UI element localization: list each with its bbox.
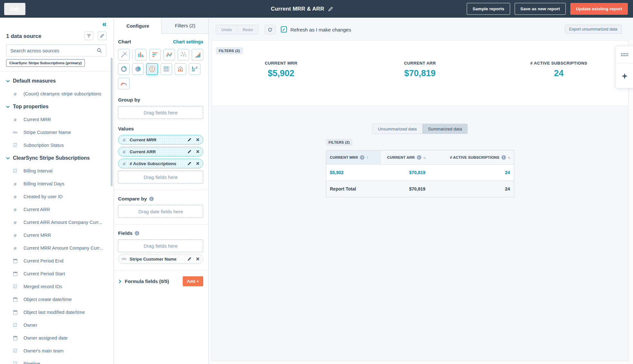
- value-pill-current-arr[interactable]: Current ARR: [118, 147, 203, 156]
- chart-type-bar-button[interactable]: [149, 49, 161, 60]
- column-label: # ACTIVE SUBSCRIPTIONS: [450, 155, 500, 159]
- refresh-button[interactable]: [265, 25, 276, 34]
- field-object-create-datetime[interactable]: Object create date/time: [0, 293, 114, 306]
- chart-type-column-button[interactable]: [135, 49, 147, 60]
- field-owner[interactable]: Owner: [0, 319, 114, 332]
- sidebar-scrollbar[interactable]: [111, 58, 113, 186]
- edit-pencil-icon[interactable]: [187, 257, 192, 261]
- info-icon[interactable]: [417, 155, 421, 160]
- remove-icon[interactable]: [196, 161, 199, 166]
- chart-type-magic-wand-button[interactable]: [118, 49, 130, 60]
- remove-icon[interactable]: [196, 149, 199, 155]
- field-billing-interval-days[interactable]: Billing Interval Days: [0, 177, 114, 190]
- remove-icon[interactable]: [196, 137, 199, 143]
- section-top-properties[interactable]: Top properties: [0, 100, 114, 113]
- edit-pencil-icon[interactable]: [187, 138, 192, 142]
- edit-pencil-icon[interactable]: [187, 149, 192, 154]
- field-current-arr[interactable]: Current ARR: [0, 203, 114, 216]
- field-current-mrr-2[interactable]: Current MRR: [0, 229, 114, 242]
- chart-type-line-button[interactable]: [163, 49, 175, 60]
- undo-button[interactable]: Undo: [216, 25, 237, 34]
- chart-type-table-button[interactable]: [161, 63, 172, 75]
- primary-source-tag[interactable]: ClearSync Stripe Subscriptions (primary): [6, 59, 85, 67]
- ai-assistant-button[interactable]: [616, 64, 633, 88]
- sort-ascending-icon[interactable]: [366, 155, 369, 160]
- filter-fields-button[interactable]: [85, 31, 93, 40]
- info-icon[interactable]: [149, 197, 154, 201]
- field-owner-assigned-date[interactable]: Owner assigned date: [0, 332, 114, 344]
- field-current-mrr[interactable]: Current MRR: [0, 113, 114, 126]
- compare-by-dropzone[interactable]: Drag date fields here: [118, 205, 203, 218]
- field-label: Object create date/time: [23, 297, 72, 302]
- cell-current-mrr[interactable]: $5,902: [326, 164, 381, 181]
- formula-fields-toggle[interactable]: Formula fields (0/5): [118, 279, 169, 284]
- edit-data-source-button[interactable]: [98, 31, 106, 40]
- field-pipeline[interactable]: Pipeline: [0, 357, 114, 364]
- refresh-as-i-make-changes-checkbox[interactable]: [281, 26, 287, 32]
- section-clearsync-stripe-subscriptions[interactable]: ClearSync Stripe Subscriptions: [0, 152, 114, 164]
- field-object-last-modified-datetime[interactable]: Object last modified date/time: [0, 306, 114, 319]
- section-default-measures[interactable]: Default measures: [0, 75, 114, 87]
- cell-current-arr[interactable]: $70,819: [381, 164, 429, 181]
- field-pill-stripe-customer-name[interactable]: Stripe Customer Name: [118, 254, 203, 264]
- chart-type-combo-button[interactable]: [175, 63, 186, 75]
- chart-type-area-button[interactable]: [192, 49, 203, 60]
- chart-type-donut-button[interactable]: [118, 63, 130, 75]
- field-current-period-end[interactable]: Current Period End: [0, 254, 114, 267]
- chart-type-gauge-button[interactable]: [118, 78, 130, 89]
- column-header-active-subscriptions[interactable]: # ACTIVE SUBSCRIPTIONS: [429, 150, 514, 164]
- edit-pencil-icon[interactable]: [187, 161, 192, 166]
- chart-settings-link[interactable]: Chart settings: [173, 39, 203, 44]
- chart-type-pie-button[interactable]: [132, 63, 144, 75]
- info-icon[interactable]: [135, 231, 139, 235]
- field-current-mrr-amount-company-currency[interactable]: Current MRR Amount Company Curr...: [0, 242, 114, 254]
- kpi-value: $5,902: [212, 68, 351, 78]
- value-pill-active-subscriptions[interactable]: # Active Subscriptions: [118, 159, 203, 168]
- search-sources-input[interactable]: [10, 48, 97, 53]
- tab-filters[interactable]: Filters (2): [161, 18, 208, 34]
- sort-icon[interactable]: [508, 155, 510, 159]
- topbar-actions: Sample reports Save as new report Update…: [467, 3, 628, 15]
- redo-button[interactable]: Redo: [237, 25, 259, 34]
- chevron-right-icon: [117, 280, 121, 283]
- values-dropzone[interactable]: Drag fields here: [118, 171, 203, 183]
- drag-handle[interactable]: [616, 46, 633, 64]
- fields-dropzone[interactable]: Drag fields here: [118, 239, 203, 252]
- group-by-dropzone[interactable]: Drag fields here: [118, 106, 203, 119]
- tab-configure[interactable]: Configure: [114, 18, 161, 34]
- field-owners-main-team[interactable]: Owner's main team: [0, 344, 114, 357]
- field-current-period-start[interactable]: Current Period Start: [0, 267, 114, 280]
- chart-type-scatter-button[interactable]: [178, 49, 189, 60]
- field-subscription-status[interactable]: Subscription Status: [0, 139, 114, 152]
- sample-reports-button[interactable]: Sample reports: [467, 3, 510, 15]
- cell-active-subscriptions[interactable]: 24: [429, 164, 514, 181]
- filters-badge[interactable]: FILTERS (2): [326, 139, 353, 146]
- filters-badge[interactable]: FILTERS (2): [216, 47, 243, 54]
- info-icon[interactable]: [360, 155, 364, 160]
- field-merged-record-ids[interactable]: Merged record IDs: [0, 280, 114, 293]
- export-unsummarized-data-button[interactable]: Export unsummarized data: [565, 25, 622, 34]
- column-header-current-arr[interactable]: CURRENT ARR: [381, 150, 429, 164]
- column-header-current-mrr[interactable]: CURRENT MRR: [326, 150, 381, 164]
- column-label: CURRENT MRR: [330, 155, 358, 159]
- remove-icon[interactable]: [196, 256, 199, 262]
- field-current-arr-amount-company-currency[interactable]: Current ARR Amount Company Curr...: [0, 216, 114, 229]
- unsummarized-data-tab[interactable]: Unsummarized data: [372, 124, 422, 134]
- chart-type-single-value-button[interactable]: 1: [146, 63, 158, 75]
- edit-title-pencil-icon[interactable]: [328, 6, 333, 12]
- info-icon[interactable]: [501, 155, 506, 160]
- sort-icon[interactable]: [423, 155, 426, 159]
- save-as-new-report-button[interactable]: Save as new report: [515, 3, 566, 15]
- add-formula-field-button[interactable]: Add +: [183, 276, 203, 286]
- field-stripe-customer-name[interactable]: Stripe Customer Name: [0, 126, 114, 139]
- value-pill-current-mrr[interactable]: Current MRR: [118, 135, 203, 145]
- exit-button[interactable]: Exit: [4, 3, 25, 15]
- chart-type-waterfall-button[interactable]: [189, 63, 200, 75]
- field-created-by-user-id[interactable]: Created by user ID: [0, 190, 114, 203]
- update-existing-report-button[interactable]: Update existing report: [570, 3, 628, 15]
- collapse-sidebar-icon[interactable]: [102, 20, 106, 28]
- summarized-data-tab[interactable]: Summarized data: [422, 124, 468, 134]
- pill-label: # Active Subscriptions: [130, 161, 187, 166]
- field-count-clearsync-stripe-subscriptions[interactable]: (Count) clearsync stripe subscriptions: [0, 87, 114, 100]
- field-billing-interval[interactable]: Billing Interval: [0, 164, 114, 177]
